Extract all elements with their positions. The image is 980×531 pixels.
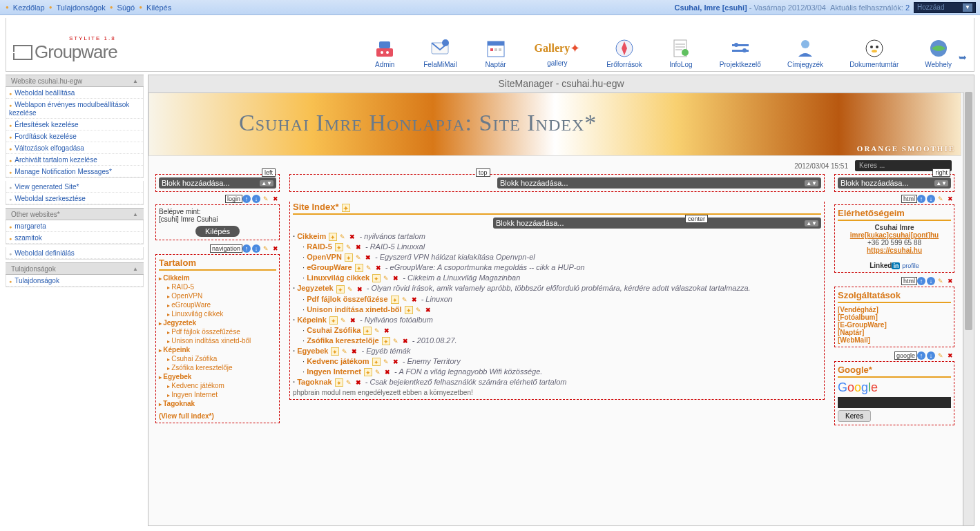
sidebar-item[interactable]: Weboldal beállítása	[6, 87, 143, 99]
scrollbar[interactable]	[963, 92, 974, 525]
scrollbar-thumb[interactable]	[965, 92, 972, 330]
nav-subitem[interactable]: Csuhai Zsófika	[167, 354, 276, 363]
new-icon[interactable]: ✦	[382, 337, 390, 345]
nav-subitem[interactable]: Pdf fájlok összefűzése	[167, 327, 276, 336]
sidebar-item[interactable]: Értesítések kezelése	[6, 119, 143, 131]
page-link[interactable]: Kedvenc játékom	[307, 357, 369, 365]
page-link[interactable]: Pdf fájlok összefűzése	[307, 295, 387, 303]
new-icon[interactable]: ✦	[335, 243, 343, 251]
delete-icon[interactable]: ✖	[364, 253, 372, 262]
edit-icon[interactable]: ✎	[338, 233, 347, 241]
sidebar-item[interactable]: Változások elfogadása	[6, 142, 143, 154]
new-icon[interactable]: ✦	[355, 264, 363, 272]
edit-icon[interactable]: ✎	[345, 243, 353, 251]
sidebar-item[interactable]: Archivált tartalom kezelése	[6, 154, 143, 166]
service-link[interactable]: [WebMail]	[838, 336, 951, 344]
edit-icon[interactable]: ✎	[339, 316, 347, 325]
sidebar-item[interactable]: Weboldal definiálás	[6, 247, 143, 259]
page-link[interactable]: Csuhai Zsófika	[307, 326, 361, 334]
edit-icon[interactable]: ✎	[382, 274, 390, 282]
delete-icon[interactable]: ✖	[374, 264, 383, 272]
delete-icon[interactable]: ✖	[356, 285, 364, 293]
expand-icon[interactable]: ➥	[959, 52, 967, 63]
add-block-right[interactable]: Blokk hozzáadása...▲▼	[838, 177, 951, 189]
add-block-left[interactable]: Blokk hozzáadása...▲▼	[159, 177, 276, 189]
page-link[interactable]: Cikkeim	[297, 232, 326, 240]
nav-subitem[interactable]: OpenVPN	[167, 291, 276, 300]
sidebar-item[interactable]: szamitok	[6, 232, 143, 244]
nav-subitem[interactable]: Zsófika keresztelője	[167, 363, 276, 372]
delete-icon[interactable]: ✖	[271, 195, 280, 203]
page-link[interactable]: Ingyen Internet	[307, 367, 361, 376]
delete-icon[interactable]: ✖	[392, 274, 400, 282]
linkedin-profile[interactable]: profile	[902, 262, 919, 269]
new-icon[interactable]: ✦	[329, 233, 337, 241]
app-projektkezelő[interactable]: Projektkezelő	[720, 37, 761, 68]
sidebar-item[interactable]: Weblapon érvényes modulbeállítások kezel…	[6, 99, 143, 119]
new-icon[interactable]: ✦	[372, 358, 381, 366]
app-felamimail[interactable]: FelaMiMail	[423, 37, 457, 68]
app-címjegyzék[interactable]: Címjegyzék	[787, 37, 823, 68]
app-dokumentumtár[interactable]: Dokumentumtár	[849, 37, 899, 68]
add-block-top[interactable]: Blokk hozzáadása...▲▼	[497, 177, 821, 189]
app-webhely[interactable]: Webhely	[925, 37, 952, 68]
contact-url[interactable]: https://csuhai.hu	[867, 247, 922, 254]
app-gallery[interactable]: Gallery✦gallery	[535, 37, 581, 68]
edit-icon[interactable]: ✎	[346, 285, 354, 293]
page-link[interactable]: RAID-5	[307, 242, 332, 251]
view-full-index[interactable]: (View full index*)	[159, 412, 214, 420]
edit-icon[interactable]: ✎	[374, 368, 382, 376]
google-search-input[interactable]	[838, 397, 951, 408]
new-icon[interactable]: ✦	[363, 327, 372, 335]
page-link[interactable]: Unison indítása xinetd-ből	[307, 305, 402, 313]
page-link[interactable]: OpenVPN	[307, 253, 342, 261]
nav-subitem[interactable]: Kedvenc játékom	[167, 381, 276, 390]
nav-item[interactable]: Képeink	[159, 345, 276, 354]
page-link[interactable]: eGroupWare	[307, 263, 352, 271]
nav-help[interactable]: Súgó	[117, 3, 135, 12]
page-link[interactable]: Linuxvilág cikkek	[307, 273, 369, 282]
sidebar-item[interactable]: Weboldal szerkesztése	[6, 193, 143, 204]
google-search-button[interactable]: Keres	[838, 410, 871, 422]
delete-icon[interactable]: ✖	[392, 358, 400, 366]
nav-subitem[interactable]: RAID-5	[167, 282, 276, 291]
page-link[interactable]: Képeink	[297, 316, 327, 324]
new-icon[interactable]: ✦	[345, 253, 353, 262]
delete-icon[interactable]: ✖	[354, 243, 363, 251]
nav-item[interactable]: Tagoknak	[159, 399, 276, 408]
page-link[interactable]: Egyebek	[297, 347, 328, 355]
nav-props[interactable]: Tulajdonságok	[57, 3, 106, 12]
service-link[interactable]: [Fotóalbum]	[838, 313, 951, 321]
page-link[interactable]: Tagoknak	[297, 378, 332, 386]
edit-icon[interactable]: ✎	[401, 296, 409, 304]
edit-icon[interactable]: ✎	[262, 195, 270, 203]
nav-item[interactable]: Jegyzetek	[159, 318, 276, 327]
page-link[interactable]: Zsófika keresztelője	[307, 336, 379, 345]
linkedin-icon[interactable]: in	[892, 262, 900, 269]
new-icon[interactable]: ✦	[391, 296, 399, 304]
new-icon[interactable]: ✦	[329, 316, 338, 325]
delete-icon[interactable]: ✖	[354, 378, 363, 387]
delete-icon[interactable]: ✖	[401, 337, 410, 345]
app-erőforrások[interactable]: Erőforrások	[606, 37, 642, 68]
new-icon[interactable]: ✦	[331, 347, 339, 356]
delete-icon[interactable]: ✖	[383, 368, 392, 376]
delete-icon[interactable]: ✖	[348, 233, 356, 241]
delete-icon[interactable]: ✖	[349, 316, 357, 325]
new-icon[interactable]: ✦	[364, 368, 372, 376]
sidebar-item[interactable]: Manage Notification Messages*	[6, 166, 143, 177]
nav-subitem[interactable]: Unison indítása xinetd-ből	[167, 336, 276, 345]
nav-logout[interactable]: Kilépés	[146, 3, 171, 12]
edit-icon[interactable]: ✎	[365, 264, 373, 272]
sidebar-item[interactable]: margareta	[6, 220, 143, 232]
app-naptár[interactable]: Naptár	[483, 37, 508, 68]
edit-icon[interactable]: ✎	[392, 337, 400, 345]
edit-icon[interactable]: ✎	[373, 327, 381, 335]
section-props[interactable]: Tulajdonságok▲	[6, 262, 144, 275]
sidebar-item[interactable]: Fordítások kezelése	[6, 131, 143, 142]
app-admin[interactable]: Admin	[372, 37, 397, 68]
logout-button[interactable]: Kilépés	[195, 226, 240, 237]
nav-item[interactable]: Cikkeim	[159, 273, 276, 282]
edit-icon[interactable]: ✎	[345, 378, 353, 387]
service-link[interactable]: [Vendégház]	[838, 306, 951, 313]
